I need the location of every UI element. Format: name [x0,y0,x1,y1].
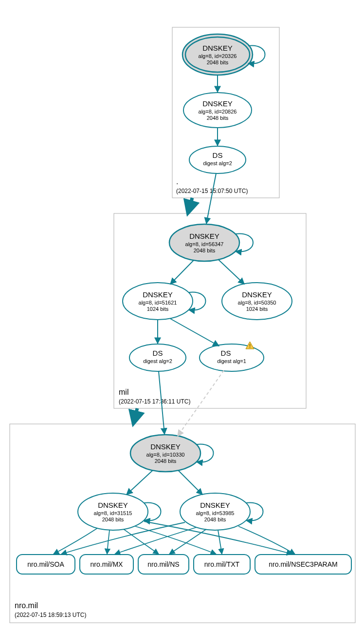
zone-nro-label: nro.mil [15,601,38,610]
node-mil-ksk: DNSKEY alg=8, id=56347 2048 bits [169,224,239,261]
node-mil-zsk2: DNSKEY alg=8, id=50350 1024 bits [222,283,292,320]
mil-ds1-title: DS [153,349,163,357]
rrset-txt: nro.mil/TXT [194,555,250,574]
nro-zsk1-line2: alg=8, id=31515 [94,510,132,516]
root-ds-line2: digest alg=2 [203,160,232,166]
root-ds-title: DS [213,151,223,159]
zone-nro-timestamp: (2022-07-15 18:59:13 UTC) [15,612,86,618]
node-root-ksk: DNSKEY alg=8, id=20326 2048 bits [182,34,253,75]
node-root-ds: DS digest alg=2 [189,146,246,173]
node-nro-ksk: DNSKEY alg=8, id=10330 2048 bits [130,435,200,472]
node-root-zsk: DNSKEY alg=8, id=20826 2048 bits [183,93,252,128]
mil-zsk2-title: DNSKEY [242,290,272,299]
svg-text:!: ! [249,343,251,349]
mil-ds2-title: DS [221,349,231,357]
edge-root-to-mil-delegation [188,198,192,213]
nro-zsk1-line3: 2048 bits [102,517,124,522]
nro-zsk2-line2: alg=8, id=53985 [196,510,235,516]
root-zsk-line3: 2048 bits [207,115,229,121]
mil-zsk2-line3: 1024 bits [246,306,268,312]
mil-zsk1-line2: alg=8, id=51621 [139,300,177,306]
root-zsk-title: DNSKEY [202,99,233,108]
root-ksk-title: DNSKEY [202,44,233,52]
nro-ksk-title: DNSKEY [150,442,181,451]
svg-point-7 [129,344,186,371]
rrset-nsec3: nro.mil/NSEC3PARAM [255,555,351,574]
nro-ksk-line3: 2048 bits [155,458,177,464]
node-nro-zsk2: DNSKEY alg=8, id=53985 2048 bits [180,493,250,530]
rrset-txt-label: nro.mil/TXT [204,560,240,568]
rrset-soa: nro.mil/SOA [17,555,75,574]
mil-ds1-line2: digest alg=2 [143,358,172,364]
node-mil-zsk1: DNSKEY alg=8, id=51621 1024 bits [123,283,193,320]
svg-point-3 [189,146,246,173]
rrset-mx: nro.mil/MX [80,555,133,574]
nro-zsk1-title: DNSKEY [98,501,128,509]
zone-mil-timestamp: (2022-07-15 17:36:11 UTC) [119,398,190,405]
zone-mil-label: mil [119,388,128,396]
nro-zsk2-title: DNSKEY [200,501,230,509]
zone-root-label: . [176,177,178,186]
root-ksk-line2: alg=8, id=20326 [199,53,237,59]
rrset-mx-label: nro.mil/MX [91,560,124,568]
mil-ds2-line2: digest alg=1 [217,358,246,364]
rrset-ns: nro.mil/NS [138,555,189,574]
nro-ksk-line2: alg=8, id=10330 [146,452,185,458]
root-ksk-line3: 2048 bits [207,59,229,65]
mil-ksk-line2: alg=8, id=56347 [185,241,224,247]
edge-mil-to-nro-delegation [133,408,137,424]
node-mil-ds1: DS digest alg=2 [129,344,186,371]
svg-point-8 [200,344,264,371]
rrset-ns-label: nro.mil/NS [147,560,179,568]
rrset-nsec3-label: nro.mil/NSEC3PARAM [269,560,337,568]
mil-zsk2-line2: alg=8, id=50350 [238,300,276,306]
dnssec-graph: . (2022-07-15 15:07:50 UTC) DNSKEY alg=8… [0,0,364,633]
mil-zsk1-line3: 1024 bits [147,306,169,312]
rrset-soa-label: nro.mil/SOA [27,560,64,568]
nro-zsk2-line3: 2048 bits [204,517,226,522]
mil-ksk-line3: 2048 bits [194,248,216,253]
root-zsk-line2: alg=8, id=20826 [199,109,237,115]
mil-ksk-title: DNSKEY [189,232,219,240]
mil-zsk1-title: DNSKEY [143,290,173,299]
node-nro-zsk1: DNSKEY alg=8, id=31515 2048 bits [78,493,148,530]
